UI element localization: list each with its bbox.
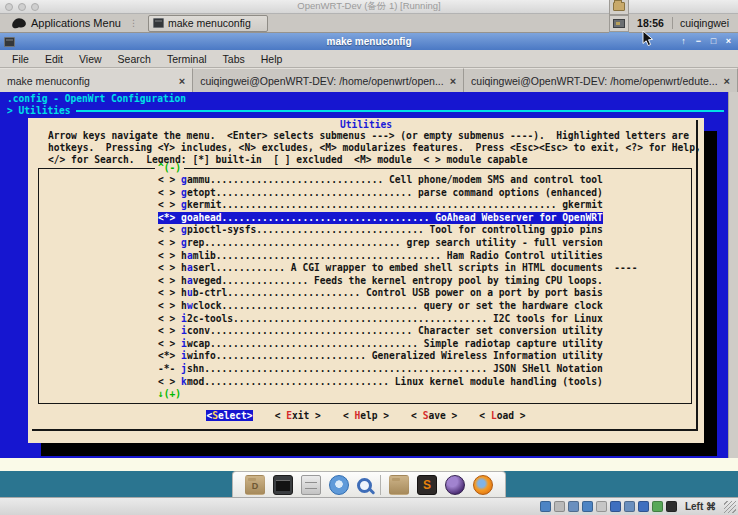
list-item-getopt[interactable]: < > getopt..............................… bbox=[158, 187, 603, 200]
terminal-icon[interactable] bbox=[273, 475, 293, 495]
menu-help[interactable]: Help bbox=[253, 50, 291, 68]
button-select[interactable]: <Select> bbox=[206, 410, 252, 421]
item-indicator: -*- bbox=[158, 363, 181, 374]
list-item-hwclock[interactable]: < > hwclock.............................… bbox=[158, 300, 603, 313]
list-item-hamlib[interactable]: < > hamlib..............................… bbox=[158, 250, 603, 263]
scroll-up-indicator: ^(-) bbox=[155, 163, 184, 173]
features-icon[interactable] bbox=[652, 501, 663, 512]
maximize-icon[interactable]: □ bbox=[707, 35, 720, 48]
menu-terminal[interactable]: Terminal bbox=[159, 50, 215, 68]
list-item-haserl[interactable]: < > haserl............ A CGI wrapper to … bbox=[158, 262, 637, 275]
list-item-haveged[interactable]: < > haveged............... Feeds the ker… bbox=[158, 275, 603, 288]
button-text: < bbox=[343, 410, 355, 421]
display-icon[interactable] bbox=[624, 501, 635, 512]
image-tray-tray-button[interactable] bbox=[609, 15, 629, 32]
list-item-gkermit[interactable]: < > gkermit.............................… bbox=[158, 199, 603, 212]
list-item-goahead[interactable]: <*> goahead.............................… bbox=[158, 212, 603, 225]
menu-file[interactable]: File bbox=[4, 50, 37, 68]
user-menu[interactable]: cuiqingwei bbox=[680, 17, 729, 29]
tab[interactable]: cuiqingwei@OpenWRT-DEV: /home/openwrt/op… bbox=[193, 68, 464, 92]
application-finder-icon[interactable] bbox=[357, 478, 372, 493]
menu-edit[interactable]: Edit bbox=[37, 50, 71, 68]
menu-search[interactable]: Search bbox=[110, 50, 159, 68]
tab[interactable]: cuiqingwei@OpenWRT-DEV: /home/openwrt/ed… bbox=[464, 68, 738, 92]
item-text: mod................................ Linu… bbox=[187, 376, 603, 387]
item-indicator: < > bbox=[158, 376, 181, 387]
eclipse-icon[interactable] bbox=[445, 475, 465, 495]
menu-tabs[interactable]: Tabs bbox=[215, 50, 253, 68]
mouse-capture-icon[interactable] bbox=[666, 501, 677, 512]
tab-label: make menuconfig bbox=[7, 75, 173, 87]
taskbar-button[interactable]: make menuconfig bbox=[148, 15, 268, 32]
file-manager-icon[interactable] bbox=[389, 475, 409, 495]
usb-icon[interactable] bbox=[596, 501, 607, 512]
item-text: 2c-tools................................… bbox=[187, 313, 603, 324]
window-title: make menuconfig bbox=[0, 36, 738, 47]
item-text: ammu.............................. Cell … bbox=[187, 174, 603, 185]
terminal-screen[interactable]: .config - OpenWrt Configuration > Utilit… bbox=[0, 92, 738, 458]
host-key-label: Left ⌘ bbox=[685, 501, 716, 512]
menu-view[interactable]: View bbox=[71, 50, 110, 68]
item-text: veged............... Feeds the kernel en… bbox=[193, 275, 603, 286]
list-item-jshn[interactable]: -*- jshn................................… bbox=[158, 363, 603, 376]
shared-folders-icon[interactable] bbox=[610, 501, 621, 512]
window-controls: ↑−□× bbox=[677, 33, 735, 50]
button-exit[interactable]: < Exit > bbox=[275, 410, 321, 421]
list-item-iwcap[interactable]: < > iwcap...............................… bbox=[158, 338, 603, 351]
button-text: < bbox=[411, 410, 423, 421]
panel-clock[interactable]: 18:56 bbox=[637, 17, 664, 29]
button-text: xit > bbox=[292, 410, 321, 421]
applications-menu-button[interactable]: Applications Menu bbox=[0, 15, 126, 32]
tab-close-icon[interactable]: × bbox=[173, 75, 185, 87]
button-text: < bbox=[275, 410, 287, 421]
item-text: b-ctrl....................... Control US… bbox=[193, 287, 603, 298]
list-item-gpioctl-sysfs[interactable]: < > gpioctl-sysfs.......................… bbox=[158, 224, 603, 237]
list-item-iwinfo[interactable]: <*> iwinfo.......................... Gen… bbox=[158, 350, 603, 363]
home-folder-icon[interactable] bbox=[245, 475, 265, 495]
item-text: rep.................................. gr… bbox=[187, 237, 603, 248]
item-text: winfo.......................... Generali… bbox=[187, 350, 603, 361]
item-text: etopt.................................. … bbox=[187, 187, 603, 198]
button-help[interactable]: < Help > bbox=[343, 410, 389, 421]
list-item-iconv[interactable]: < > iconv...............................… bbox=[158, 325, 603, 338]
breadcrumb-label: > Utilities bbox=[7, 105, 71, 116]
tab-close-icon[interactable]: × bbox=[718, 75, 730, 87]
chromium-icon[interactable] bbox=[329, 475, 349, 495]
hard-disks-icon[interactable] bbox=[540, 501, 551, 512]
tab-close-icon[interactable]: × bbox=[444, 75, 456, 87]
window-titlebar[interactable]: make menuconfig ↑−□× bbox=[0, 33, 738, 50]
network-icon[interactable] bbox=[582, 501, 593, 512]
list-item-kmod[interactable]: < > kmod................................… bbox=[158, 376, 603, 389]
shade-icon[interactable]: ↑ bbox=[677, 35, 690, 48]
taskbar-button-label: make menuconfig bbox=[168, 17, 251, 29]
dock-divider bbox=[380, 475, 381, 495]
optical-drives-icon[interactable] bbox=[554, 501, 565, 512]
button-text: elp > bbox=[360, 410, 389, 421]
minimize-icon[interactable]: − bbox=[692, 35, 705, 48]
tab[interactable]: make menuconfig× bbox=[0, 68, 193, 92]
firefox-icon[interactable] bbox=[473, 475, 493, 495]
close-icon[interactable]: × bbox=[722, 35, 735, 48]
item-indicator: < > bbox=[158, 313, 181, 324]
sublime-text-icon[interactable]: S bbox=[417, 475, 437, 495]
recording-icon[interactable] bbox=[638, 501, 649, 512]
folder-tray-tray-button[interactable] bbox=[609, 0, 629, 15]
list-item-gammu[interactable]: < > gammu.............................. … bbox=[158, 174, 603, 187]
item-text: wcap....................................… bbox=[187, 338, 603, 349]
item-text: serl............ A CGI wrapper to embed … bbox=[193, 262, 638, 273]
xfce-mouse-icon bbox=[11, 17, 27, 29]
list-item-grep[interactable]: < > grep................................… bbox=[158, 237, 603, 250]
button-load[interactable]: < Load > bbox=[479, 410, 525, 421]
button-save[interactable]: < Save > bbox=[411, 410, 457, 421]
archive-manager-icon[interactable] bbox=[301, 475, 321, 495]
terminal-scrollbar[interactable] bbox=[728, 92, 738, 471]
item-indicator: < > h bbox=[158, 275, 187, 286]
audio-icon[interactable] bbox=[568, 501, 579, 512]
resize-grip[interactable] bbox=[724, 501, 736, 513]
list-item-i2c-tools[interactable]: < > i2c-tools...........................… bbox=[158, 313, 603, 326]
item-text: conv................................... … bbox=[187, 325, 603, 336]
terminal-bottom-strip bbox=[0, 458, 738, 471]
item-indicator: < > h bbox=[158, 262, 187, 273]
terminal-icon bbox=[153, 18, 164, 28]
list-item-hub-ctrl[interactable]: < > hub-ctrl....................... Cont… bbox=[158, 287, 603, 300]
